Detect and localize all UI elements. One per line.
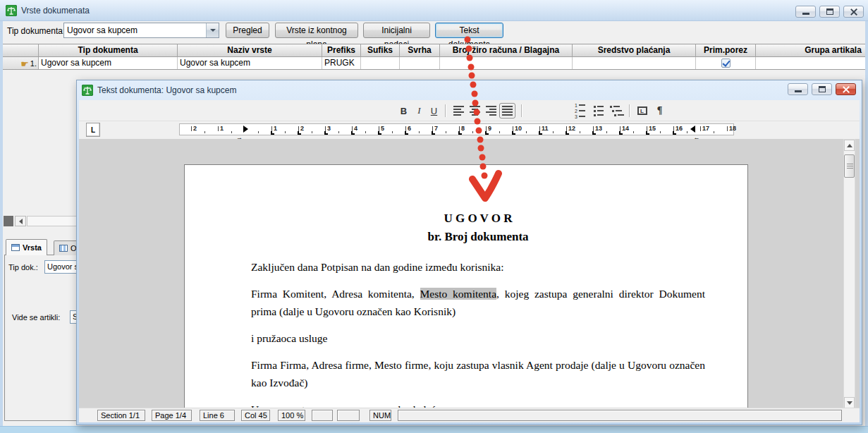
child-window-title: Tekst dokumenta: Ugovor sa kupcem xyxy=(97,85,236,95)
child-window-titlebar: Tekst dokumenta: Ugovor sa kupcem xyxy=(77,80,862,100)
justify-button[interactable] xyxy=(499,103,515,118)
vide-se-artikli-label: Vide se artikli: xyxy=(12,313,60,322)
cell-sufiks[interactable] xyxy=(361,57,400,70)
chevron-up-icon xyxy=(847,144,852,147)
tab-type-selector[interactable]: L xyxy=(86,123,100,137)
close-button[interactable] xyxy=(843,6,864,18)
minimize-icon xyxy=(802,13,809,15)
app-logo-icon xyxy=(6,5,17,16)
column-header-prim-porez[interactable]: Prim.porez xyxy=(696,44,756,57)
main-window-titlebar: Vrste dokumenata xyxy=(0,0,868,21)
document-page[interactable]: U G O V O R br. Broj dokumenta Zaključen… xyxy=(184,164,748,409)
maximize-icon xyxy=(819,86,826,92)
tab-vrsta[interactable]: Vrsta xyxy=(6,239,47,255)
window-border-right xyxy=(865,21,868,427)
cell-sredstvo-placanja[interactable] xyxy=(573,57,696,70)
ruler: L 21123456789101112131415161718→← xyxy=(79,121,860,139)
vrste-iz-kontnog-plana-button[interactable]: Vrste iz kontnog plana xyxy=(275,23,358,38)
tip-dok-label: Tip dok.: xyxy=(8,263,38,272)
paragraph-marks-icon: ¶ xyxy=(657,105,663,116)
status-page: Page 1/4 xyxy=(152,410,192,421)
cell-svrha[interactable] xyxy=(400,57,440,70)
paragraph: i pružaoca usluge xyxy=(251,329,705,347)
column-header-sredstvo-placanja[interactable]: Sredstvo plaćanja xyxy=(573,44,696,57)
child-window-body: B I U 123 xyxy=(79,100,860,422)
child-maximize-button[interactable] xyxy=(812,83,832,95)
numbered-list-button[interactable]: 123 xyxy=(572,103,588,118)
underline-button[interactable]: U xyxy=(426,103,442,118)
toolbar-separator xyxy=(521,104,522,117)
table-row[interactable]: ☛ 1. Ugovor sa kupcem Ugovor sa kupcem P… xyxy=(3,57,865,70)
align-left-button[interactable] xyxy=(451,103,467,118)
ruler-band[interactable]: 21123456789101112131415161718→← xyxy=(179,123,734,135)
status-zoom: 100 % xyxy=(278,410,305,421)
pregled-button[interactable]: Pregled xyxy=(226,23,269,38)
tip-dokumenta-label: Tip dokumenta: xyxy=(7,26,65,36)
close-icon xyxy=(850,8,858,16)
text-frame-button[interactable]: L xyxy=(634,103,650,118)
status-bar: Section 1/1 Page 1/4 Line 6 Col 45 100 %… xyxy=(79,408,860,422)
align-right-icon xyxy=(486,106,496,116)
paragraph: Firma Firma, Adresa firme, Mesto firme, … xyxy=(251,356,705,391)
tab-vrsta-label: Vrsta xyxy=(23,243,42,252)
combobox-dropdown-button[interactable] xyxy=(206,23,219,37)
child-close-button[interactable] xyxy=(836,83,856,95)
scroll-up-button[interactable] xyxy=(844,140,855,151)
window-border-left xyxy=(0,21,3,427)
status-num-lock: NUM xyxy=(369,410,391,421)
column-header-broj-ziro-racuna[interactable]: Broj žiro računa / Blagajna xyxy=(440,44,573,57)
align-center-button[interactable] xyxy=(467,103,483,118)
cell-tip-dokumenta[interactable]: Ugovor sa kupcem xyxy=(39,57,178,70)
grid-icon xyxy=(59,245,68,252)
row-selector[interactable]: ☛ 1. xyxy=(3,57,39,70)
column-header-sufiks[interactable]: Sufiks xyxy=(361,44,400,57)
tip-dokumenta-combobox[interactable]: Ugovor sa kupcem xyxy=(63,23,219,38)
column-header-tip-dokumenta[interactable]: Tip dokumenta xyxy=(39,44,178,57)
column-header-prefiks[interactable]: Prefiks xyxy=(322,44,361,57)
highlighted-text: Mesto komitenta xyxy=(420,288,497,300)
table-header-row: Tip dokumenta Naziv vrste Prefiks Sufiks… xyxy=(3,44,865,57)
scroll-down-button[interactable] xyxy=(844,397,855,408)
chevron-down-icon xyxy=(847,401,852,405)
column-header-grupa-artikala[interactable]: Grupa artikala xyxy=(756,44,865,57)
status-section: Section 1/1 xyxy=(97,410,145,421)
scrollbar-thumb[interactable] xyxy=(844,154,855,178)
maximize-button[interactable] xyxy=(819,6,840,18)
scroll-left-button[interactable] xyxy=(15,216,26,226)
status-col: Col 45 xyxy=(241,410,270,421)
child-minimize-button[interactable] xyxy=(788,83,808,95)
bullet-list-button[interactable] xyxy=(590,103,606,118)
status-blank xyxy=(337,410,360,421)
chevron-left-icon xyxy=(19,219,23,224)
column-header-svrha[interactable]: Svrha xyxy=(400,44,440,57)
minimize-icon xyxy=(795,90,802,92)
cell-prefiks[interactable]: PRUGK xyxy=(322,57,361,70)
cell-naziv-vrste[interactable]: Ugovor sa kupcem xyxy=(178,57,322,70)
bold-button[interactable]: B xyxy=(396,103,412,118)
row-index: 1. xyxy=(30,59,37,68)
document-title-line2: br. Broj dokumenta xyxy=(251,228,705,246)
scrollbar-gripper[interactable] xyxy=(4,216,13,226)
minimize-button[interactable] xyxy=(795,6,816,18)
maximize-icon xyxy=(826,8,833,15)
editor-area: U G O V O R br. Broj dokumenta Zaključen… xyxy=(79,139,860,409)
cell-prim-porez[interactable] xyxy=(696,57,756,70)
cell-broj-ziro-racuna[interactable] xyxy=(440,57,573,70)
form-window-icon xyxy=(11,244,20,251)
multilevel-list-button[interactable] xyxy=(609,103,625,118)
tekst-dokumenta-button[interactable]: Tekst dokumenta xyxy=(435,23,503,38)
column-header-naziv-vrste[interactable]: Naziv vrste xyxy=(178,44,322,57)
chevron-down-icon xyxy=(210,29,216,32)
status-blank xyxy=(312,410,333,421)
vertical-scrollbar[interactable] xyxy=(843,139,855,409)
main-window-title: Vrste dokumenata xyxy=(21,6,90,16)
cell-grupa-artikala[interactable] xyxy=(756,57,865,70)
bullet-list-icon xyxy=(594,106,604,116)
prim-porez-checkbox[interactable] xyxy=(721,59,731,68)
close-icon xyxy=(842,85,850,94)
inicijalni-podaci-button[interactable]: Inicijalni podaci xyxy=(363,23,430,38)
align-right-button[interactable] xyxy=(483,103,499,118)
italic-button[interactable]: I xyxy=(411,103,427,118)
paragraph-marks-button[interactable]: ¶ xyxy=(652,103,668,118)
numbered-list-icon: 123 xyxy=(575,104,585,118)
